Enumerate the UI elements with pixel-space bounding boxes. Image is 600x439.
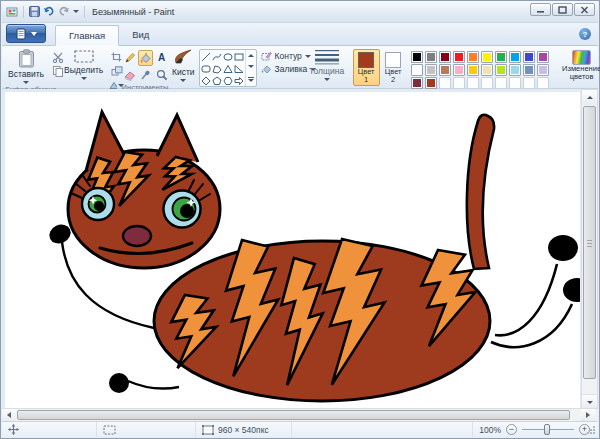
vertical-scroll-thumb[interactable] (583, 106, 596, 379)
palette-swatch[interactable] (425, 51, 437, 63)
palette-swatch[interactable] (453, 51, 465, 63)
text-tool-icon: A (158, 53, 165, 63)
brushes-button[interactable]: Кисти (172, 48, 195, 82)
paint-logo-icon[interactable] (6, 6, 18, 18)
help-icon[interactable]: ? (579, 28, 591, 40)
palette-empty-slot[interactable] (509, 77, 521, 89)
scroll-up-button[interactable] (582, 90, 597, 105)
palette-swatch[interactable] (537, 51, 549, 63)
select-button[interactable]: Выделить (61, 48, 106, 81)
shape-polygon[interactable] (212, 63, 223, 75)
shape-pentagon[interactable] (212, 75, 223, 87)
palette-empty-slot[interactable] (481, 77, 493, 89)
vertical-scrollbar[interactable] (581, 89, 598, 410)
palette-swatch[interactable] (411, 77, 423, 89)
undo-button[interactable] (43, 6, 55, 17)
palette-swatch[interactable] (495, 51, 507, 63)
eraser-icon (123, 70, 136, 81)
zoom-level-text: 100% (479, 425, 501, 435)
outline-label: Контур (275, 51, 302, 61)
paint-menu-button[interactable] (6, 24, 46, 43)
scroll-right-button[interactable] (581, 409, 595, 421)
cat-back-paw-1 (548, 235, 578, 261)
palette-swatch[interactable] (425, 77, 437, 89)
close-button[interactable] (574, 3, 595, 16)
palette-swatch[interactable] (481, 64, 493, 76)
cat-bottom-paw (109, 373, 129, 393)
palette-swatch[interactable] (495, 64, 507, 76)
magnifier-icon (156, 69, 168, 81)
shape-right-triangle[interactable] (234, 63, 245, 75)
palette-empty-slot[interactable] (453, 77, 465, 89)
palette-empty-slot[interactable] (495, 77, 507, 89)
palette-swatch[interactable] (467, 64, 479, 76)
size-caret-icon (324, 78, 330, 81)
tab-home[interactable]: Главная (55, 25, 119, 46)
drawing-canvas[interactable] (5, 92, 580, 410)
palette-swatch[interactable] (537, 64, 549, 76)
window-controls (530, 3, 595, 16)
palette-swatch[interactable] (411, 64, 423, 76)
palette-empty-slot[interactable] (467, 77, 479, 89)
scroll-down-button[interactable] (582, 394, 597, 409)
redo-button[interactable] (58, 6, 70, 17)
palette-swatch[interactable] (523, 51, 535, 63)
scroll-left-icon (7, 412, 11, 418)
palette-empty-slot[interactable] (439, 77, 451, 89)
palette-swatch[interactable] (509, 64, 521, 76)
group-tools: A Инструменты (120, 47, 170, 88)
edit-colors-button[interactable]: Изменение цветов (553, 48, 600, 81)
shape-hexagon[interactable] (223, 75, 234, 87)
palette-empty-slot[interactable] (537, 77, 549, 89)
shape-triangle[interactable] (223, 63, 234, 75)
pencil-tool[interactable] (122, 50, 137, 66)
qat-customize-caret-icon[interactable] (73, 10, 79, 13)
horizontal-scroll-thumb[interactable] (17, 410, 570, 420)
palette-empty-slot[interactable] (523, 77, 535, 89)
zoom-slider-thumb[interactable] (544, 424, 550, 435)
zoom-slider[interactable] (522, 424, 574, 435)
resize-grip[interactable] (586, 425, 596, 435)
paint-window: Безымянный - Paint Главная Вид ? Вставит… (0, 0, 600, 439)
palette-swatch[interactable] (411, 51, 423, 63)
eraser-tool[interactable] (122, 67, 137, 83)
shape-rounded-rectangle[interactable] (201, 63, 212, 75)
clipboard-icon (18, 49, 35, 68)
cat-bottom-leg-line (128, 381, 179, 389)
scroll-left-button[interactable] (2, 409, 16, 421)
gallery-expand-icon[interactable] (248, 77, 254, 82)
palette-swatch[interactable] (523, 64, 535, 76)
gallery-scroll-down-icon[interactable] (248, 65, 254, 68)
palette-swatch[interactable] (453, 64, 465, 76)
color-picker-tool[interactable] (138, 67, 153, 83)
qat-separator (23, 6, 24, 18)
shape-rectangle[interactable] (234, 51, 245, 63)
zoom-out-button[interactable]: − (506, 424, 517, 435)
minimize-button[interactable] (530, 3, 551, 16)
save-button[interactable] (29, 6, 40, 17)
size-button[interactable]: Толщина (306, 48, 347, 82)
shape-line[interactable] (201, 51, 212, 63)
paste-button[interactable]: Вставить (5, 48, 47, 85)
palette-swatch[interactable] (425, 64, 437, 76)
shape-curve[interactable] (212, 51, 223, 63)
palette-swatch[interactable] (439, 64, 451, 76)
fill-tool[interactable] (138, 50, 153, 66)
shape-oval[interactable] (223, 51, 234, 63)
palette-swatch[interactable] (439, 51, 451, 63)
palette-swatch[interactable] (509, 51, 521, 63)
cursor-position-icon (8, 424, 19, 435)
gallery-scroll-up-icon[interactable] (248, 54, 254, 57)
color1-button[interactable]: Цвет 1 (353, 49, 380, 86)
shape-diamond[interactable] (201, 75, 212, 87)
tab-view[interactable]: Вид (119, 24, 162, 45)
horizontal-scrollbar[interactable] (2, 408, 598, 421)
palette-swatch[interactable] (481, 51, 493, 63)
title-bar: Безымянный - Paint (2, 1, 598, 23)
maximize-button[interactable] (552, 3, 573, 16)
text-tool[interactable]: A (154, 50, 169, 66)
shape-right-arrow[interactable] (234, 75, 245, 87)
palette-swatch[interactable] (467, 51, 479, 63)
magnifier-tool[interactable] (154, 67, 169, 83)
color2-button[interactable]: Цвет 2 (380, 49, 407, 86)
